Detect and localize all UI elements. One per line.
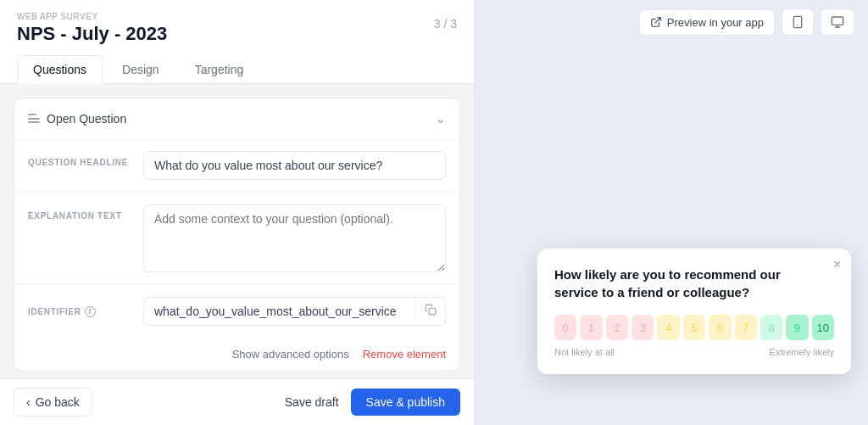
identifier-row: IDENTIFIER i xyxy=(14,285,459,338)
left-panel: WEB APP SURVEY NPS - July - 2023 3 / 3 Q… xyxy=(0,0,475,425)
drag-icon xyxy=(28,114,40,123)
page-indicator: 3 / 3 xyxy=(434,17,457,31)
nps-question: How likely are you to recommend our serv… xyxy=(554,266,834,301)
nps-close-button[interactable]: × xyxy=(833,257,841,272)
card-title: Open Question xyxy=(47,112,126,126)
nps-number-1[interactable]: 1 xyxy=(580,315,602,340)
chevron-down-icon[interactable]: ⌄ xyxy=(435,110,446,126)
preview-in-app-button[interactable]: Preview in your app xyxy=(639,9,775,36)
nps-number-3[interactable]: 3 xyxy=(632,315,654,340)
explanation-text-row: EXPLANATION TEXT xyxy=(14,193,459,285)
content-area: Open Question ⌄ QUESTION HEADLINE EXPLAN… xyxy=(0,84,474,378)
info-icon[interactable]: i xyxy=(85,306,96,317)
save-draft-button[interactable]: Save draft xyxy=(281,389,342,416)
nps-number-0[interactable]: 0 xyxy=(554,315,576,340)
mobile-preview-button[interactable] xyxy=(782,8,814,36)
nps-number-7[interactable]: 7 xyxy=(735,315,757,340)
tab-design[interactable]: Design xyxy=(106,55,175,84)
tabs-row: Questions Design Targeting xyxy=(0,45,474,84)
card-header: Open Question ⌄ xyxy=(14,98,459,139)
web-app-label: WEB APP SURVEY xyxy=(17,12,457,21)
external-link-icon xyxy=(650,16,662,28)
identifier-input[interactable] xyxy=(144,298,415,325)
nps-number-5[interactable]: 5 xyxy=(683,315,705,340)
question-headline-input[interactable] xyxy=(143,151,446,180)
tab-targeting[interactable]: Targeting xyxy=(179,55,260,84)
desktop-icon xyxy=(830,15,845,29)
right-panel: Preview in your app × How likely are you… xyxy=(475,0,868,425)
nps-label-right: Extremely likely xyxy=(770,347,834,357)
nps-number-9[interactable]: 9 xyxy=(786,315,808,340)
header-area: WEB APP SURVEY NPS - July - 2023 3 / 3 xyxy=(0,0,474,45)
remove-element-button[interactable]: Remove element xyxy=(363,348,446,361)
nps-labels: Not likely at all Extremely likely xyxy=(554,347,834,357)
bottom-bar: ‹ Go back Save draft Save & publish xyxy=(0,378,474,425)
nps-number-8[interactable]: 8 xyxy=(760,315,782,340)
back-arrow-icon: ‹ xyxy=(26,395,31,409)
show-advanced-button[interactable]: Show advanced options xyxy=(232,348,349,361)
tab-questions[interactable]: Questions xyxy=(17,55,103,84)
save-publish-button[interactable]: Save & publish xyxy=(351,389,460,416)
right-toolbar: Preview in your app xyxy=(475,0,868,44)
mobile-icon xyxy=(791,15,804,29)
card-header-left: Open Question xyxy=(28,112,126,126)
question-headline-label: QUESTION HEADLINE xyxy=(28,151,130,167)
nps-numbers: 012345678910 xyxy=(554,315,834,340)
svg-rect-4 xyxy=(832,17,843,25)
nps-widget: × How likely are you to recommend our se… xyxy=(537,249,851,374)
svg-rect-0 xyxy=(429,308,436,315)
identifier-label: IDENTIFIER i xyxy=(28,306,130,317)
question-card: Open Question ⌄ QUESTION HEADLINE EXPLAN… xyxy=(14,98,460,372)
survey-title: NPS - July - 2023 xyxy=(17,23,457,45)
nps-number-2[interactable]: 2 xyxy=(606,315,628,340)
go-back-button[interactable]: ‹ Go back xyxy=(14,388,92,417)
nps-label-left: Not likely at all xyxy=(554,347,615,357)
bottom-right-actions: Save draft Save & publish xyxy=(281,389,460,416)
copy-identifier-button[interactable] xyxy=(415,299,445,324)
question-headline-row: QUESTION HEADLINE xyxy=(14,139,459,193)
identifier-input-wrap xyxy=(143,297,446,326)
explanation-text-input[interactable] xyxy=(143,204,446,272)
svg-rect-2 xyxy=(793,16,801,27)
nps-number-10[interactable]: 10 xyxy=(812,315,834,340)
nps-number-4[interactable]: 4 xyxy=(657,315,679,340)
svg-line-1 xyxy=(655,18,660,23)
desktop-preview-button[interactable] xyxy=(821,8,854,36)
card-footer: Show advanced options Remove element xyxy=(14,338,459,371)
explanation-text-label: EXPLANATION TEXT xyxy=(28,204,130,221)
nps-number-6[interactable]: 6 xyxy=(709,315,731,340)
